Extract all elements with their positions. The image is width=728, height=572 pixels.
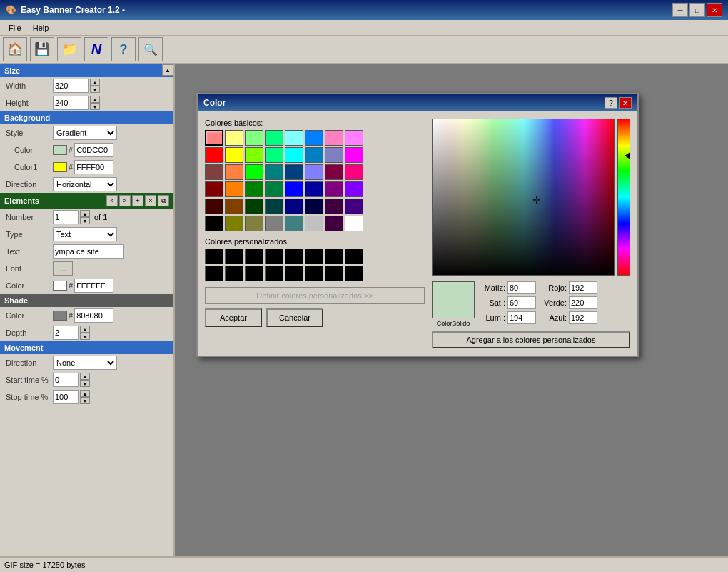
basic-color-cell[interactable] [265, 164, 283, 180]
basic-color-cell[interactable] [285, 147, 303, 163]
basic-color-cell[interactable] [285, 181, 303, 197]
basic-color-cell[interactable] [345, 147, 363, 163]
basic-color-cell[interactable] [285, 130, 303, 146]
custom-cell[interactable] [325, 249, 343, 264]
hue-slider[interactable] [617, 119, 630, 276]
basic-color-cell[interactable] [205, 130, 223, 146]
custom-cell[interactable] [265, 249, 283, 264]
font-button[interactable]: ... [53, 261, 73, 276]
custom-cell[interactable] [285, 249, 303, 264]
bg-color1-swatch[interactable] [53, 162, 67, 172]
stop-down[interactable]: ▼ [80, 397, 90, 404]
custom-cell[interactable] [205, 249, 223, 264]
spectrum-picker[interactable]: ✛ [432, 119, 615, 276]
basic-color-cell[interactable] [205, 199, 223, 214]
toolbar-save[interactable]: 📁 [57, 37, 81, 61]
green-input[interactable] [569, 296, 597, 309]
elem-del[interactable]: × [145, 195, 156, 206]
elem-num-down[interactable]: ▼ [80, 217, 90, 224]
custom-cell[interactable] [245, 266, 263, 281]
basic-color-cell[interactable] [225, 164, 243, 180]
depth-input[interactable] [53, 326, 79, 340]
basic-color-cell[interactable] [225, 199, 243, 214]
basic-color-cell[interactable] [245, 130, 263, 146]
elem-color-input[interactable] [74, 279, 113, 293]
stop-up[interactable]: ▲ [80, 390, 90, 397]
shade-color-input[interactable] [74, 308, 113, 323]
basic-color-cell[interactable] [305, 216, 323, 231]
text-input[interactable] [53, 244, 124, 259]
width-down[interactable]: ▼ [90, 86, 100, 93]
width-up[interactable]: ▲ [90, 79, 100, 86]
bg-color-input[interactable] [74, 143, 113, 157]
basic-color-cell[interactable] [205, 181, 223, 197]
type-select[interactable]: Text [53, 227, 117, 241]
basic-color-cell[interactable] [285, 216, 303, 231]
custom-cell[interactable] [345, 266, 363, 281]
elem-num-up[interactable]: ▲ [80, 210, 90, 217]
direction-select[interactable]: Horizontal Vertical [53, 177, 117, 191]
minimize-button[interactable]: ─ [672, 3, 688, 17]
basic-color-cell[interactable] [305, 181, 323, 197]
basic-color-cell[interactable] [285, 199, 303, 214]
basic-color-cell[interactable] [225, 147, 243, 163]
basic-color-cell[interactable] [345, 164, 363, 180]
basic-color-cell[interactable] [325, 147, 343, 163]
basic-color-cell[interactable] [325, 181, 343, 197]
bg-color-swatch[interactable] [53, 145, 67, 155]
dialog-help-btn[interactable]: ? [605, 97, 617, 109]
toolbar-search[interactable]: 🔍 [138, 37, 163, 61]
basic-color-cell[interactable] [225, 216, 243, 231]
basic-color-cell[interactable] [325, 216, 343, 231]
basic-color-cell[interactable] [245, 164, 263, 180]
ok-button[interactable]: Aceptar [205, 308, 262, 327]
basic-color-cell[interactable] [245, 181, 263, 197]
elem-prev[interactable]: < [106, 195, 118, 206]
basic-color-cell[interactable] [345, 181, 363, 197]
custom-cell[interactable] [225, 249, 243, 264]
height-down[interactable]: ▼ [90, 103, 100, 110]
close-button[interactable]: ✕ [707, 3, 722, 17]
sat-input[interactable] [507, 296, 536, 309]
start-up[interactable]: ▲ [80, 373, 90, 380]
basic-color-cell[interactable] [305, 164, 323, 180]
height-up[interactable]: ▲ [90, 96, 100, 103]
bg-color1-input[interactable] [74, 160, 113, 174]
toolbar-open[interactable]: 💾 [30, 37, 54, 61]
move-direction-select[interactable]: None [53, 356, 117, 370]
custom-cell[interactable] [265, 266, 283, 281]
custom-cell[interactable] [305, 266, 323, 281]
custom-cell[interactable] [345, 249, 363, 264]
start-time-input[interactable] [53, 373, 79, 387]
basic-color-cell[interactable] [325, 164, 343, 180]
shade-color-swatch[interactable] [53, 311, 67, 321]
toolbar-new[interactable]: 🏠 [3, 37, 27, 61]
basic-color-cell[interactable] [265, 181, 283, 197]
basic-color-cell[interactable] [345, 130, 363, 146]
basic-color-cell[interactable] [225, 130, 243, 146]
start-down[interactable]: ▼ [80, 380, 90, 387]
basic-color-cell[interactable] [205, 147, 223, 163]
basic-color-cell[interactable] [265, 216, 283, 231]
maximize-button[interactable]: □ [689, 3, 705, 17]
custom-cell[interactable] [285, 266, 303, 281]
toolbar-help[interactable]: ? [111, 37, 136, 61]
custom-cell[interactable] [245, 249, 263, 264]
lum-input[interactable] [507, 311, 536, 324]
basic-color-cell[interactable] [325, 130, 343, 146]
depth-up[interactable]: ▲ [80, 326, 90, 333]
toolbar-edit[interactable]: N [84, 37, 108, 61]
blue-input[interactable] [569, 311, 597, 324]
dialog-close-btn[interactable]: ✕ [619, 97, 632, 109]
hue-input[interactable] [507, 281, 536, 294]
basic-color-cell[interactable] [225, 181, 243, 197]
basic-color-cell[interactable] [305, 147, 323, 163]
basic-color-cell[interactable] [265, 199, 283, 214]
basic-color-cell[interactable] [305, 199, 323, 214]
basic-color-cell[interactable] [325, 199, 343, 214]
elem-number-input[interactable] [53, 210, 79, 224]
stop-time-input[interactable] [53, 390, 79, 404]
height-input[interactable] [53, 96, 89, 110]
elem-next[interactable]: > [119, 195, 131, 206]
style-select[interactable]: Gradient Solid [53, 126, 117, 140]
